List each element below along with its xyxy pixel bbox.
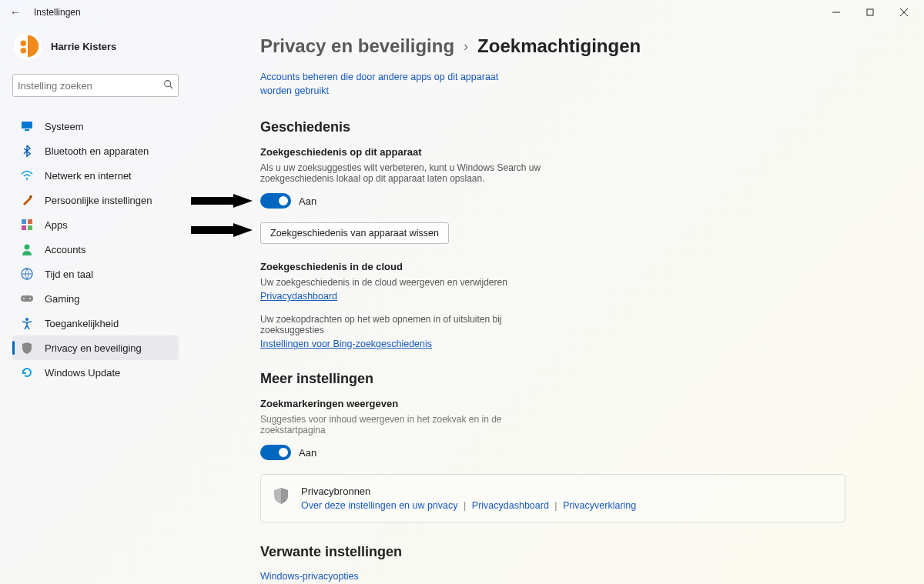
annotation-arrow-1: [191, 194, 253, 208]
person-icon: [20, 242, 34, 256]
user-name: Harrie Kisters: [51, 41, 116, 52]
search-field[interactable]: [18, 80, 163, 92]
page-title: Zoekmachtigingen: [477, 35, 641, 57]
svg-rect-15: [22, 225, 26, 230]
sidebar-item-apps[interactable]: Apps: [12, 212, 179, 237]
nav-label: Bluetooth en apparaten: [45, 145, 149, 157]
nav-label: Privacy en beveiliging: [45, 342, 142, 354]
sidebar: Harrie Kisters Systeem Bluetooth en appa…: [0, 25, 191, 584]
cloud-history-desc: Uw zoekgeschiedenis in de cloud weergeve…: [260, 277, 553, 288]
svg-marker-25: [191, 194, 253, 208]
gamepad-icon: [20, 292, 34, 305]
card-title: Privacybronnen: [301, 486, 636, 497]
nav-label: Systeem: [45, 121, 84, 132]
clear-history-button[interactable]: Zoekgeschiedenis van apparaat wissen: [260, 222, 449, 244]
svg-point-11: [26, 179, 28, 180]
shield-icon: [20, 341, 34, 355]
sidebar-item-accounts[interactable]: Accounts: [12, 237, 179, 262]
nav-label: Apps: [45, 219, 68, 231]
toggle-label: Aan: [299, 195, 316, 207]
nav-label: Windows Update: [45, 367, 120, 379]
avatar: [14, 32, 42, 60]
chevron-right-icon: ›: [464, 38, 468, 55]
privacy-resources-card: Privacybronnen Over deze instellingen en…: [260, 474, 845, 522]
manage-accounts-link[interactable]: Accounts beheren die door andere apps op…: [260, 71, 514, 98]
device-history-desc: Als u uw zoeksuggesties wilt verbeteren,…: [260, 162, 553, 184]
user-profile[interactable]: Harrie Kisters: [12, 32, 179, 60]
apps-icon: [20, 218, 34, 232]
sidebar-item-system[interactable]: Systeem: [12, 114, 179, 138]
history-heading: Geschiedenis: [260, 119, 861, 135]
privacy-statement-link[interactable]: Privacyverklaring: [563, 500, 636, 511]
minimize-button[interactable]: [819, 0, 853, 25]
bing-history-link[interactable]: Instellingen voor Bing-zoekgeschiedenis: [260, 339, 861, 349]
sidebar-item-privacy-security[interactable]: Privacy en beveiliging: [12, 335, 179, 360]
nav-label: Tijd en taal: [45, 269, 93, 280]
svg-point-17: [25, 245, 30, 250]
update-icon: [20, 365, 34, 379]
accessibility-icon: [20, 316, 34, 330]
nav-label: Gaming: [45, 293, 80, 305]
nav-label: Persoonlijke instellingen: [45, 195, 152, 206]
cloud-history-title: Zoekgeschiedenis in de cloud: [260, 261, 861, 272]
about-privacy-link[interactable]: Over deze instellingen en uw privacy: [301, 500, 458, 511]
svg-point-5: [21, 40, 27, 46]
web-search-desc: Uw zoekopdrachten op het web opnemen in …: [260, 314, 553, 335]
privacy-dashboard-link[interactable]: Privacydashboard: [260, 291, 861, 302]
more-settings-heading: Meer instellingen: [260, 371, 861, 387]
svg-point-7: [165, 81, 171, 87]
bluetooth-icon: [20, 144, 34, 158]
brush-icon: [20, 193, 34, 207]
svg-point-20: [23, 298, 25, 299]
shield-icon: [273, 487, 290, 507]
nav-list: Systeem Bluetooth en apparaten Netwerk e…: [12, 114, 179, 385]
svg-point-21: [29, 298, 31, 299]
wifi-icon: [20, 169, 34, 182]
window-title: Instellingen: [34, 7, 81, 18]
sidebar-item-network[interactable]: Netwerk en internet: [12, 163, 179, 188]
sidebar-item-gaming[interactable]: Gaming: [12, 286, 179, 311]
card-dashboard-link[interactable]: Privacydashboard: [472, 500, 549, 511]
svg-rect-19: [21, 295, 33, 302]
svg-rect-13: [22, 219, 26, 224]
breadcrumb: Privacy en beveiliging › Zoekmachtiginge…: [260, 35, 861, 57]
device-history-toggle[interactable]: [260, 193, 291, 209]
sidebar-item-time-language[interactable]: Tijd en taal: [12, 262, 179, 286]
search-highlights-title: Zoekmarkeringen weergeven: [260, 398, 861, 409]
sidebar-item-windows-update[interactable]: Windows Update: [12, 360, 179, 385]
svg-point-22: [25, 318, 28, 321]
svg-rect-9: [22, 122, 32, 128]
globe-clock-icon: [20, 267, 34, 281]
svg-marker-26: [191, 223, 253, 237]
search-highlights-desc: Suggesties voor inhoud weergeven in het …: [260, 414, 553, 435]
related-settings-heading: Verwante instellingen: [260, 544, 861, 560]
sidebar-item-accessibility[interactable]: Toegankelijkheid: [12, 311, 179, 335]
windows-privacy-options-link[interactable]: Windows-privacyopties: [260, 571, 861, 582]
device-history-title: Zoekgeschiedenis op dit apparaat: [260, 146, 861, 158]
breadcrumb-parent[interactable]: Privacy en beveiliging: [260, 35, 454, 57]
nav-label: Toegankelijkheid: [45, 318, 119, 329]
svg-rect-1: [867, 9, 873, 15]
svg-line-8: [170, 86, 172, 88]
search-input[interactable]: [12, 74, 179, 97]
sidebar-item-bluetooth[interactable]: Bluetooth en apparaten: [12, 138, 179, 163]
svg-rect-14: [28, 219, 32, 224]
search-icon: [163, 79, 173, 92]
back-button[interactable]: ←: [3, 6, 28, 18]
svg-rect-16: [28, 225, 32, 230]
toggle-label: Aan: [299, 447, 316, 459]
search-highlights-toggle[interactable]: [260, 445, 291, 460]
monitor-icon: [20, 119, 34, 133]
content-area: Privacy en beveiliging › Zoekmachtiginge…: [191, 25, 924, 584]
close-button[interactable]: [887, 0, 921, 25]
title-bar: ← Instellingen: [0, 0, 924, 25]
nav-label: Accounts: [45, 244, 85, 255]
svg-point-6: [21, 48, 27, 54]
nav-label: Netwerk en internet: [45, 170, 132, 182]
annotation-arrow-2: [191, 223, 253, 237]
svg-rect-10: [25, 129, 29, 131]
maximize-button[interactable]: [853, 0, 887, 25]
sidebar-item-personalization[interactable]: Persoonlijke instellingen: [12, 188, 179, 212]
